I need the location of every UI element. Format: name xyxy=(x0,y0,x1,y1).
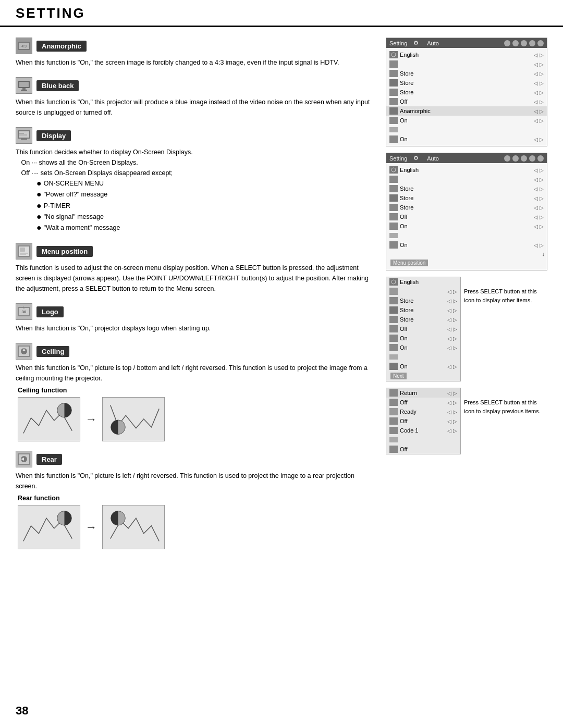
store4-icon xyxy=(389,185,398,192)
row-off5: Off xyxy=(400,418,445,424)
panel-row: English xyxy=(386,277,460,287)
row-store4: Store xyxy=(400,186,532,192)
panel-row: On ◁ ▷ xyxy=(386,362,460,371)
panel-row: Store ◁ ▷ xyxy=(386,69,547,78)
menu-position-label: Menu position xyxy=(36,246,93,257)
store9-icon xyxy=(389,316,398,323)
on5-icon xyxy=(389,335,398,342)
diagram-arrow-ceiling: → xyxy=(85,413,97,426)
panel-3-body: English ◁ ▷ Store ◁ ▷ Store xyxy=(386,277,460,381)
panel-row: Off ◁ ▷ xyxy=(386,97,547,106)
main-content: 4:3 Anamorphic When this function is "On… xyxy=(0,27,563,569)
panel-row: Return ◁ ▷ xyxy=(386,388,460,398)
row-store2: Store xyxy=(400,80,532,86)
panel-row xyxy=(386,231,547,240)
panel-row: Store ◁ ▷ xyxy=(386,315,460,324)
ceiling-after-box xyxy=(102,397,165,441)
display-icon xyxy=(16,127,32,144)
panel-row: ◁ ▷ xyxy=(386,287,460,296)
row-off2: Off xyxy=(400,214,532,220)
menu-position-title: Menu position xyxy=(16,243,375,260)
panel-row: English ◁ ▷ xyxy=(386,50,547,59)
panel-row: Anamorphic ◁ ▷ xyxy=(386,106,547,116)
panel-1-header: Setting ⚙ Auto xyxy=(386,38,547,48)
row-ready: Ready xyxy=(400,409,445,415)
row-on7: On xyxy=(400,363,445,369)
panel-row: Off ◁ ▷ xyxy=(386,398,460,407)
panel-1-header-sub: Auto xyxy=(427,40,439,46)
svg-text:4:3: 4:3 xyxy=(21,44,27,48)
section-blue-back: Blue back When this function is "On," th… xyxy=(16,77,375,118)
panel-row: Store ◁ ▷ xyxy=(386,184,547,193)
display-body-intro: This function decides whether to display… xyxy=(16,149,193,156)
row-on5: On xyxy=(400,335,445,341)
rear-body: When this function is "On," picture is l… xyxy=(16,471,375,491)
panel-2-body: English ◁ ▷ ◁ ▷ Store ◁ ▷ Store ◁ ▷ xyxy=(386,163,547,270)
on1-icon xyxy=(389,117,398,124)
bullet-4: ●"No signal" message xyxy=(36,212,375,223)
row-on4: On xyxy=(400,242,532,248)
gap1-icon xyxy=(389,127,398,132)
section-rear: Rear When this function is "On," picture… xyxy=(16,451,375,549)
row-on6: On xyxy=(400,344,445,351)
row-anamorphic: Anamorphic xyxy=(400,108,532,114)
on4-icon xyxy=(389,241,398,249)
ready-icon xyxy=(389,408,398,415)
menu-position-icon xyxy=(16,243,32,260)
img2-icon xyxy=(389,176,398,183)
bullet-3: ●P-TIMER xyxy=(36,201,375,212)
blue-back-title: Blue back xyxy=(16,77,375,94)
display-label: Display xyxy=(36,130,71,141)
svg-point-39 xyxy=(391,280,396,284)
gap2-icon xyxy=(389,233,398,238)
svg-rect-35 xyxy=(103,505,164,549)
svg-rect-6 xyxy=(21,90,27,91)
panel-row: Off ◁ ▷ xyxy=(386,416,460,426)
lang2-icon xyxy=(389,166,398,174)
anamorphic-title: 4:3 Anamorphic xyxy=(16,38,375,54)
anam-icon xyxy=(389,107,398,115)
gap4-icon xyxy=(389,437,398,442)
section-anamorphic: 4:3 Anamorphic When this function is "On… xyxy=(16,38,375,68)
logo-title: 30 L Logo xyxy=(16,303,375,320)
rear-after-box xyxy=(102,505,165,549)
ceiling-icon xyxy=(16,343,32,360)
panel-row: Store ◁ ▷ xyxy=(386,193,547,203)
anamorphic-label: Anamorphic xyxy=(36,41,87,52)
panel-row: Store ◁ ▷ xyxy=(386,296,460,305)
store8-icon xyxy=(389,306,398,314)
panel-2-bottom-label: Menu position xyxy=(390,260,428,266)
on3-icon xyxy=(389,223,398,230)
rear-before-box xyxy=(18,505,80,549)
img-icon xyxy=(389,60,398,68)
panel-row: Off ◁ ▷ xyxy=(386,324,460,334)
panel-row: On ◁ ▷ xyxy=(386,134,547,144)
row-store5: Store xyxy=(400,195,532,201)
row-store1: Store xyxy=(400,70,532,77)
row-on3: On xyxy=(400,223,532,229)
blue-back-label: Blue back xyxy=(36,80,79,91)
off5-icon xyxy=(389,417,398,425)
off6-icon xyxy=(389,446,398,453)
svg-rect-8 xyxy=(19,131,29,138)
left-column: 4:3 Anamorphic When this function is "On… xyxy=(16,38,375,559)
row-on2: On xyxy=(400,136,532,142)
logo-icon: 30 L xyxy=(16,303,32,320)
code1-icon xyxy=(389,427,398,434)
store7-icon xyxy=(389,297,398,304)
panel-4-body: Return ◁ ▷ Off ◁ ▷ Ready ◁ ▷ xyxy=(386,388,460,454)
panel-row: On ◁ ▷ xyxy=(386,221,547,231)
panel-row: Store ◁ ▷ xyxy=(386,88,547,97)
page-title: SETTING xyxy=(16,5,547,21)
page-header: SETTING xyxy=(0,0,563,27)
ceiling-function-label: Ceiling function xyxy=(18,387,375,394)
off4-icon xyxy=(389,399,398,406)
panel-3: English ◁ ▷ Store ◁ ▷ Store xyxy=(386,277,461,381)
rear-function-label: Rear function xyxy=(18,495,375,502)
panel-3-bottom-label: Next xyxy=(390,373,407,379)
panel-row: On ◁ ▷ xyxy=(386,240,547,250)
right-column: Setting ⚙ Auto English ◁ ▷ xyxy=(386,38,547,559)
row-store3: Store xyxy=(400,89,532,95)
panel-2-header: Setting ⚙ Auto xyxy=(386,153,547,163)
ceiling-diagram-row: → xyxy=(18,397,375,441)
